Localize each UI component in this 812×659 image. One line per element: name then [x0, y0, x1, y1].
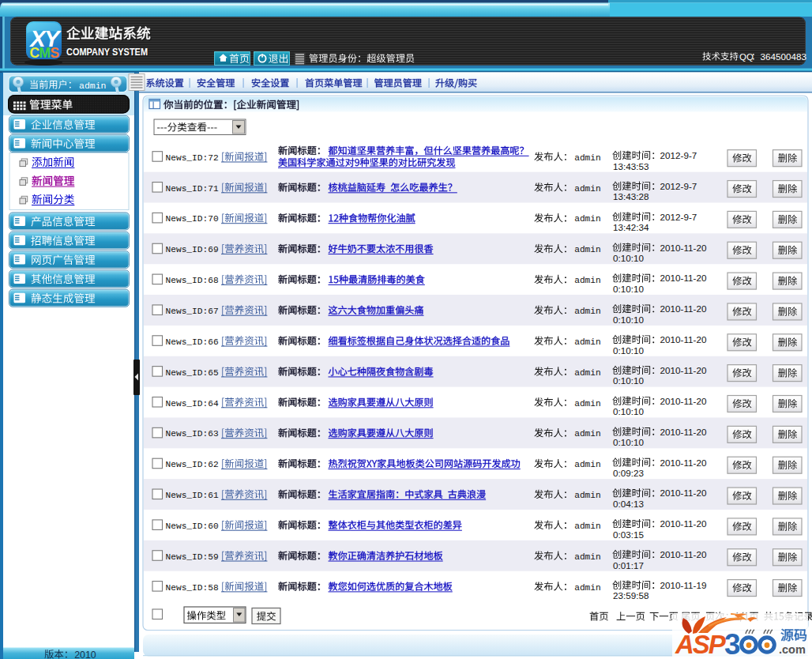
- svg-text:News_ID:67: News_ID:67: [166, 307, 219, 316]
- svg-text:admin: admin: [574, 337, 601, 347]
- svg-text:admin: admin: [574, 245, 601, 254]
- svg-text:News_ID:71: News_ID:71: [166, 184, 219, 194]
- svg-text:0:10:10: 0:10:10: [613, 406, 644, 416]
- svg-text:admin: admin: [574, 399, 601, 409]
- svg-text:admin: admin: [574, 583, 601, 593]
- svg-text:admin: admin: [79, 81, 107, 91]
- svg-text:admin: admin: [574, 307, 601, 316]
- svg-text:News_ID:72: News_ID:72: [166, 153, 219, 163]
- svg-text:News_ID:69: News_ID:69: [166, 245, 219, 254]
- svg-text:0:09:23: 0:09:23: [613, 468, 644, 478]
- svg-text:admin: admin: [574, 184, 601, 194]
- svg-text:0:10:10: 0:10:10: [613, 314, 644, 325]
- svg-text:admin: admin: [574, 429, 601, 439]
- svg-text:.com: .com: [779, 643, 806, 656]
- svg-text:2012-9-7: 2012-9-7: [660, 150, 697, 160]
- svg-text:23:59:58: 23:59:58: [613, 590, 649, 601]
- svg-text:News_ID:65: News_ID:65: [166, 368, 219, 378]
- svg-text:2010: 2010: [74, 650, 96, 659]
- svg-text:COMPANY SYSTEM: COMPANY SYSTEM: [66, 46, 148, 58]
- svg-text:2010-11-20: 2010-11-20: [660, 365, 707, 375]
- svg-text:0:04:13: 0:04:13: [613, 499, 644, 509]
- svg-text:2010-11-20: 2010-11-20: [660, 243, 707, 253]
- svg-text:2010-11-20: 2010-11-20: [660, 427, 707, 437]
- svg-text:13:43:28: 13:43:28: [613, 191, 649, 201]
- svg-text:admin: admin: [574, 368, 601, 378]
- svg-text:News_ID:61: News_ID:61: [166, 491, 219, 500]
- svg-text:0:10:10: 0:10:10: [613, 375, 644, 386]
- svg-text:News_ID:70: News_ID:70: [166, 214, 219, 224]
- svg-text:364500483: 364500483: [761, 51, 807, 62]
- svg-text:2010-11-19: 2010-11-19: [660, 580, 707, 590]
- svg-text:2010-11-20: 2010-11-20: [660, 396, 707, 406]
- svg-text:2010-11-20: 2010-11-20: [660, 334, 707, 345]
- svg-text:admin: admin: [574, 153, 601, 163]
- svg-text:0:10:10: 0:10:10: [613, 284, 644, 294]
- svg-text:M: M: [39, 45, 51, 61]
- svg-text:admin: admin: [574, 522, 601, 531]
- svg-text:0:10:10: 0:10:10: [613, 437, 644, 447]
- svg-text:2010-11-20: 2010-11-20: [660, 549, 707, 559]
- svg-text:2010-11-20: 2010-11-20: [660, 488, 707, 498]
- svg-text:0:01:17: 0:01:17: [613, 560, 644, 571]
- svg-text:13:42:34: 13:42:34: [613, 222, 649, 232]
- svg-text:News_ID:68: News_ID:68: [166, 276, 219, 285]
- svg-text:2012-9-7: 2012-9-7: [660, 181, 697, 191]
- svg-text:News_ID:58: News_ID:58: [166, 583, 219, 593]
- svg-text:0:10:10: 0:10:10: [613, 345, 644, 356]
- svg-text:admin: admin: [574, 460, 601, 469]
- svg-text:admin: admin: [574, 491, 601, 500]
- svg-text:3: 3: [724, 628, 741, 659]
- svg-text:2010-11-20: 2010-11-20: [660, 303, 707, 314]
- svg-text:2010-11-20: 2010-11-20: [660, 458, 707, 468]
- svg-text:News_ID:64: News_ID:64: [166, 399, 219, 409]
- svg-text:admin: admin: [574, 214, 601, 224]
- svg-text:2010-11-20: 2010-11-20: [660, 273, 707, 283]
- svg-text:admin: admin: [574, 552, 601, 562]
- svg-text:ASP: ASP: [675, 630, 727, 659]
- svg-text:13:43:53: 13:43:53: [613, 161, 649, 171]
- svg-text:News_ID:62: News_ID:62: [166, 460, 219, 469]
- svg-text:News_ID:60: News_ID:60: [166, 522, 219, 531]
- svg-text:0:10:10: 0:10:10: [613, 253, 644, 263]
- svg-text:News_ID:66: News_ID:66: [166, 337, 219, 347]
- svg-text:News_ID:63: News_ID:63: [166, 429, 219, 439]
- svg-text:News_ID:59: News_ID:59: [166, 552, 219, 562]
- svg-text:2012-9-7: 2012-9-7: [660, 212, 697, 222]
- svg-text:QQ: QQ: [739, 52, 754, 62]
- svg-text:2010-11-20: 2010-11-20: [660, 518, 707, 529]
- svg-text:admin: admin: [574, 276, 601, 285]
- svg-text:0:03:15: 0:03:15: [613, 529, 644, 540]
- svg-text:S: S: [51, 45, 60, 61]
